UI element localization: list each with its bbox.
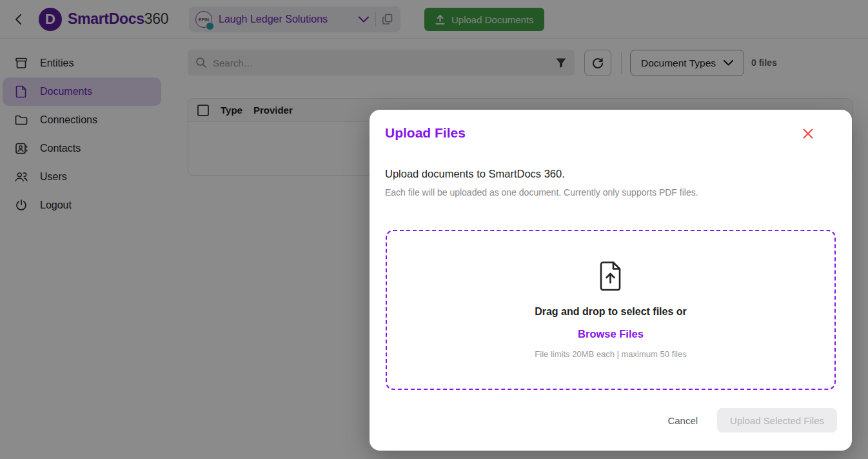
dropzone-instruction: Drag and drop to select files or (535, 306, 687, 318)
modal-subheading: Each file will be uploaded as one docume… (385, 187, 698, 198)
modal-title: Upload Files (385, 125, 466, 141)
file-dropzone[interactable]: Drag and drop to select files or Browse … (386, 230, 836, 390)
app-page: D SmartDocs360 EFIN Laugh Ledger Solutio… (0, 0, 868, 459)
close-icon (802, 127, 814, 140)
modal-footer: Cancel Upload Selected Files (665, 408, 837, 433)
file-upload-icon (598, 261, 624, 292)
dropzone-limits: File limits 20MB each | maximum 50 files (535, 349, 686, 359)
close-button[interactable] (801, 127, 815, 141)
upload-files-modal: Upload Files Upload documents to SmartDo… (370, 110, 852, 451)
cancel-button[interactable]: Cancel (665, 410, 700, 431)
browse-files-link[interactable]: Browse Files (578, 328, 644, 340)
modal-heading: Upload documents to SmartDocs 360. (385, 168, 565, 180)
upload-selected-files-button[interactable]: Upload Selected Files (717, 408, 837, 433)
